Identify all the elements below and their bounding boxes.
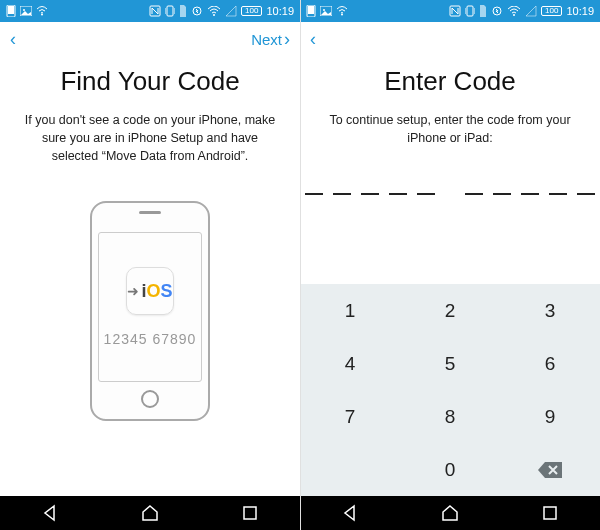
key-7[interactable]: 7 (300, 390, 400, 443)
top-nav: ‹ (300, 22, 600, 56)
cell-signal-icon (525, 5, 537, 17)
back-button[interactable]: ‹ (10, 29, 16, 50)
svg-point-15 (323, 9, 325, 11)
android-nav-bar (300, 496, 600, 530)
svg-point-3 (23, 9, 25, 11)
svg-point-10 (213, 14, 215, 16)
key-empty (300, 443, 400, 496)
sample-code: 12345 67890 (104, 331, 197, 347)
page-title: Enter Code (384, 66, 516, 97)
nav-back-icon[interactable] (341, 504, 359, 522)
nav-back-icon[interactable] (41, 504, 59, 522)
cell-signal-icon (225, 5, 237, 17)
svg-rect-18 (467, 6, 473, 16)
chevron-right-icon: › (284, 29, 290, 50)
key-4[interactable]: 4 (300, 337, 400, 390)
page-description: If you don't see a code on your iPhone, … (18, 111, 282, 165)
wifi-icon (336, 6, 348, 16)
svg-rect-11 (244, 507, 256, 519)
home-button-illustration (141, 390, 159, 408)
nav-recent-icon[interactable] (241, 504, 259, 522)
page-title: Find Your Code (60, 66, 239, 97)
android-nav-bar (0, 496, 300, 530)
page-description: To continue setup, enter the code from y… (318, 111, 582, 147)
vibrate-icon (165, 5, 175, 17)
picture-icon (320, 6, 332, 16)
sim-icon (179, 5, 187, 17)
phone-icon (306, 5, 316, 17)
svg-point-16 (341, 14, 343, 16)
arrow-right-icon: ➜ (127, 283, 139, 299)
key-backspace[interactable] (500, 443, 600, 496)
clock: 10:19 (566, 5, 594, 17)
battery-indicator: 100 (541, 6, 562, 16)
phone-icon (6, 5, 16, 17)
svg-point-22 (513, 14, 515, 16)
stamina-icon (191, 6, 203, 16)
vibrate-icon (465, 5, 475, 17)
key-2[interactable]: 2 (400, 284, 500, 337)
move-to-ios-icon: ➜ iOS (126, 267, 174, 315)
nav-home-icon[interactable] (441, 504, 459, 522)
wifi-signal-icon (507, 6, 521, 16)
iphone-illustration: ➜ iOS 12345 67890 (90, 201, 210, 421)
svg-rect-6 (167, 6, 173, 16)
nfc-icon (449, 5, 461, 17)
key-3[interactable]: 3 (500, 284, 600, 337)
status-bar: 100 10:19 (0, 0, 300, 22)
key-1[interactable]: 1 (300, 284, 400, 337)
next-label: Next (251, 31, 282, 48)
battery-indicator: 100 (241, 6, 262, 16)
nav-recent-icon[interactable] (541, 504, 559, 522)
svg-point-4 (41, 14, 43, 16)
key-6[interactable]: 6 (500, 337, 600, 390)
svg-rect-23 (544, 507, 556, 519)
picture-icon (20, 6, 32, 16)
nav-home-icon[interactable] (141, 504, 159, 522)
wifi-icon (36, 6, 48, 16)
backspace-icon (537, 461, 563, 479)
stamina-icon (491, 6, 503, 16)
wifi-signal-icon (207, 6, 221, 16)
back-button[interactable]: ‹ (310, 29, 316, 50)
svg-rect-1 (8, 6, 14, 14)
key-8[interactable]: 8 (400, 390, 500, 443)
key-9[interactable]: 9 (500, 390, 600, 443)
top-nav: ‹ Next› (0, 22, 300, 56)
clock: 10:19 (266, 5, 294, 17)
next-button[interactable]: Next› (251, 29, 290, 50)
sim-icon (479, 5, 487, 17)
status-bar: 100 10:19 (300, 0, 600, 22)
numeric-keypad: 1 2 3 4 5 6 7 8 9 0 (300, 284, 600, 496)
screen-find-code: 100 10:19 ‹ Next› Find Your Code If you … (0, 0, 300, 530)
key-5[interactable]: 5 (400, 337, 500, 390)
screen-enter-code: 100 10:19 ‹ Enter Code To continue setup… (300, 0, 600, 530)
code-input[interactable] (305, 183, 595, 195)
nfc-icon (149, 5, 161, 17)
svg-rect-13 (308, 6, 314, 14)
key-0[interactable]: 0 (400, 443, 500, 496)
